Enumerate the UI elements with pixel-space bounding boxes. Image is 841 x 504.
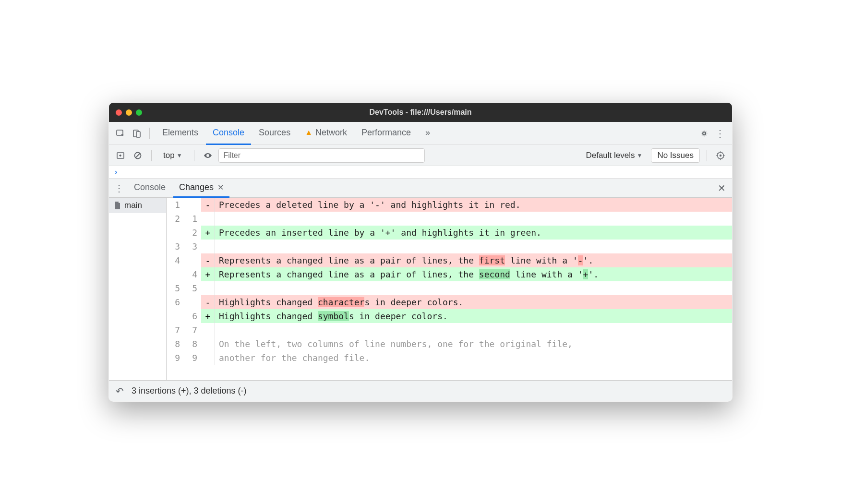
divider: [151, 150, 152, 161]
chevron-right-icon: »: [425, 128, 430, 138]
drawer-tabs: ⋮ Console Changes ✕ ✕: [109, 179, 732, 198]
diff-code: [215, 323, 732, 337]
diff-row: 33: [167, 240, 732, 253]
diff-code: [215, 281, 732, 295]
diff-marker: -: [201, 198, 215, 212]
line-number-old: 7: [167, 323, 184, 337]
close-drawer-icon[interactable]: ✕: [715, 181, 728, 195]
settings-gear-icon[interactable]: [697, 127, 711, 140]
line-number-new: [184, 253, 201, 267]
diff-marker: -: [201, 295, 215, 309]
diff-marker: [201, 323, 215, 337]
divider: [194, 150, 194, 161]
live-expression-eye-icon[interactable]: [201, 149, 215, 162]
line-number-old: 9: [167, 351, 184, 365]
svg-rect-2: [136, 132, 140, 137]
drawer-tab-console[interactable]: Console: [128, 179, 171, 198]
diff-view[interactable]: 1-Precedes a deleted line by a '-' and h…: [167, 198, 732, 380]
diff-marker: [201, 212, 215, 226]
diff-row: 1-Precedes a deleted line by a '-' and h…: [167, 198, 732, 212]
tab-network-label: Network: [315, 128, 347, 138]
devtools-window: DevTools - file:///Users/main Elements C…: [108, 102, 733, 402]
line-number-new: 5: [184, 281, 201, 295]
line-number-new: 7: [184, 323, 201, 337]
drawer-more-icon[interactable]: ⋮: [113, 181, 126, 195]
traffic-lights: [116, 109, 142, 116]
file-tree: main: [109, 198, 167, 380]
minimize-window-button[interactable]: [126, 109, 132, 116]
line-number-old: [167, 267, 184, 281]
tab-sources[interactable]: Sources: [252, 122, 297, 145]
tab-sources-label: Sources: [259, 128, 290, 138]
issues-button[interactable]: No Issues: [651, 148, 700, 163]
diff-marker: [201, 337, 215, 351]
tab-performance[interactable]: Performance: [355, 122, 418, 145]
diff-code: Represents a changed line as a pair of l…: [215, 267, 732, 281]
close-tab-icon[interactable]: ✕: [217, 183, 224, 192]
file-tree-item-label: main: [124, 201, 142, 210]
line-number-old: 8: [167, 337, 184, 351]
diff-marker: -: [201, 253, 215, 267]
drawer-tab-changes-label: Changes: [179, 182, 214, 192]
diff-code: Represents a changed line as a pair of l…: [215, 253, 732, 267]
divider: [707, 150, 707, 161]
window-title: DevTools - file:///Users/main: [109, 108, 732, 117]
file-icon: [114, 201, 121, 210]
filter-input[interactable]: [218, 148, 425, 163]
diff-row: 6+Highlights changed symbols in deeper c…: [167, 309, 732, 323]
main-tabs: Elements Console Sources ▲Network Perfor…: [156, 122, 437, 145]
line-number-old: [167, 309, 184, 323]
line-number-old: 5: [167, 281, 184, 295]
titlebar: DevTools - file:///Users/main: [109, 103, 732, 122]
diff-row: 6-Highlights changed characters in deepe…: [167, 295, 732, 309]
console-settings-gear-icon[interactable]: [714, 149, 727, 162]
line-number-old: [167, 226, 184, 240]
prompt-chevron-icon: ›: [114, 168, 119, 177]
undo-icon[interactable]: ↶: [116, 385, 124, 397]
more-menu-icon[interactable]: ⋮: [714, 127, 727, 140]
diff-row: 99another for the changed file.: [167, 351, 732, 365]
log-levels-selector[interactable]: Default levels ▼: [581, 149, 647, 162]
diff-code: [215, 212, 732, 226]
levels-label: Default levels: [586, 151, 635, 160]
scope-label: top: [163, 151, 175, 160]
file-tree-item-main[interactable]: main: [109, 198, 166, 213]
show-console-sidebar-icon[interactable]: [114, 149, 127, 162]
console-prompt[interactable]: ›: [109, 166, 732, 179]
tab-network[interactable]: ▲Network: [298, 122, 354, 145]
device-toolbar-icon[interactable]: [130, 127, 144, 140]
status-bar: ↶ 3 insertions (+), 3 deletions (-): [109, 380, 732, 401]
line-number-old: 2: [167, 212, 184, 226]
diff-code: Precedes a deleted line by a '-' and hig…: [215, 198, 732, 212]
svg-point-5: [720, 154, 721, 156]
diff-code: Highlights changed symbols in deeper col…: [215, 309, 732, 323]
execution-context-selector[interactable]: top ▼: [158, 149, 187, 162]
inspect-element-icon[interactable]: [114, 127, 127, 140]
line-number-old: 3: [167, 240, 184, 253]
maximize-window-button[interactable]: [136, 109, 142, 116]
divider: [149, 128, 150, 139]
close-window-button[interactable]: [116, 109, 122, 116]
tab-elements[interactable]: Elements: [156, 122, 205, 145]
diff-code: Highlights changed characters in deeper …: [215, 295, 732, 309]
chevron-down-icon: ▼: [177, 152, 182, 159]
diff-marker: +: [201, 226, 215, 240]
diff-row: 21: [167, 212, 732, 226]
tab-overflow[interactable]: »: [419, 122, 437, 145]
drawer-tab-console-label: Console: [134, 182, 166, 192]
drawer-tab-changes[interactable]: Changes ✕: [173, 179, 229, 198]
diff-marker: [201, 240, 215, 253]
console-toolbar: top ▼ Default levels ▼ No Issues: [109, 145, 732, 166]
line-number-new: 9: [184, 351, 201, 365]
line-number-old: 6: [167, 295, 184, 309]
diff-code: [215, 240, 732, 253]
tab-performance-label: Performance: [361, 128, 411, 138]
tab-console[interactable]: Console: [206, 122, 251, 145]
line-number-new: 4: [184, 267, 201, 281]
diff-code: On the left, two columns of line numbers…: [215, 337, 732, 351]
line-number-new: 2: [184, 226, 201, 240]
status-summary: 3 insertions (+), 3 deletions (-): [132, 386, 247, 396]
main-toolbar: Elements Console Sources ▲Network Perfor…: [109, 122, 732, 145]
clear-console-icon[interactable]: [131, 149, 144, 162]
line-number-new: 8: [184, 337, 201, 351]
